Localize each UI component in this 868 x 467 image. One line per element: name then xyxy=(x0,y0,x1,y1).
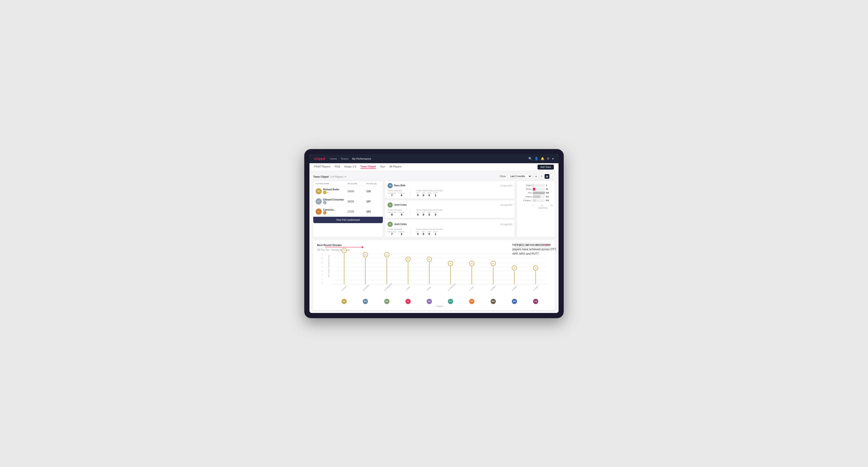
rank-badge: 1 xyxy=(323,191,327,194)
leaderboard-card: PLAYER NAME PB SCORE PB AVG SQ RB Richar… xyxy=(313,181,383,237)
nav-logo: clippd xyxy=(314,157,325,161)
pc-stats: Total Rounds Tournament 7 Practice 2 xyxy=(388,228,512,236)
profile-icon[interactable]: ● xyxy=(552,157,554,160)
streak-bar-line xyxy=(365,258,366,284)
x-axis: 0 200 400 xyxy=(519,205,553,206)
bar-chart-x-label: Total Shots xyxy=(519,207,553,209)
view-full-leaderboard-button[interactable]: View Full Leaderboard xyxy=(313,217,383,223)
list-view-button[interactable]: ☰ xyxy=(539,174,544,179)
player-card-josh-coles-2: JC Josh Coles 26 Aug 2023 Total Rounds T… xyxy=(385,220,515,237)
streak-badge: 4x xyxy=(491,261,496,266)
nav-link-teams[interactable]: Teams xyxy=(341,157,348,160)
streak-bars: 7x6x6x5x5x4x4x4x3x3x xyxy=(334,253,546,284)
bar-row-birdies: Birdies 96 xyxy=(519,188,553,191)
pc-stats: Total Rounds Tournament 8 Practice 4 xyxy=(388,209,512,216)
streak-bar-col: 3x xyxy=(525,253,546,284)
streak-bar-line xyxy=(344,253,344,284)
player-cell: RB Richard Butler 1 ❤ xyxy=(316,188,347,194)
avatar: RB xyxy=(427,299,432,304)
main-grid: PLAYER NAME PB SCORE PB AVG SQ RB Richar… xyxy=(313,181,555,237)
player-card-josh-coles-1: JC Josh Coles 26 Aug 2023 Total Rounds T… xyxy=(385,200,515,218)
avatar: EE xyxy=(342,299,347,304)
streak-bar-col: 4x xyxy=(440,253,461,284)
sub-nav-team-clippd[interactable]: Team Clippd xyxy=(361,165,376,169)
streak-players-row: E. EwertEEB. McHergBMD. BillinghamDBJ. C… xyxy=(334,290,546,304)
table-row: C Cameron... 3 17/20 103 xyxy=(313,207,383,217)
streak-badge: 5x xyxy=(427,257,432,262)
annotation-text: Here you can see streaks your players ha… xyxy=(512,243,556,255)
streak-player-col: D. FordDF xyxy=(461,290,483,304)
avatar: RB xyxy=(316,188,322,194)
show-section: Show Last 3 months Last 6 months Last 12… xyxy=(500,174,555,179)
bar-row-bogeys: Bogeys 311 xyxy=(519,195,553,198)
avatar: JC xyxy=(388,203,393,208)
streak-bar-line xyxy=(493,267,493,284)
pc-card-header: JC Josh Coles 26 Aug 2023 xyxy=(388,222,512,227)
streak-bar-col: 6x xyxy=(376,253,397,284)
avatar: DB xyxy=(384,299,390,304)
streak-player-col: D. BillinghamDB xyxy=(376,290,397,304)
add-team-button[interactable]: Add Team xyxy=(537,165,554,169)
streak-badge: 6x xyxy=(384,252,390,257)
streak-bar-col: 4x xyxy=(483,253,503,284)
team-header: Team Clippd | 14 Players ✏ Show Last 3 m… xyxy=(313,174,555,179)
y-axis-title: Best Streak, Fairway Accuracy xyxy=(328,255,330,277)
rank-badge: 2 xyxy=(323,201,327,204)
pc-card-header: RB Rees Britt 02 Sep 2023 xyxy=(388,183,512,188)
sub-nav-all-players[interactable]: All Players xyxy=(390,165,402,169)
streak-badge: 3x xyxy=(533,266,538,271)
player-cell: C Cameron... 3 xyxy=(316,209,347,215)
table-view-button[interactable]: ↕ xyxy=(550,174,555,179)
sub-nav-pgat[interactable]: PGAT Players xyxy=(314,165,331,169)
sub-nav-tour[interactable]: Tour xyxy=(380,165,385,169)
streak-player-col: C. QuickCQ xyxy=(525,290,546,304)
nav-icons: 🔍 👤 🔔 ⚙ ● xyxy=(528,157,554,160)
avatar: EC xyxy=(316,198,322,205)
x-axis-label: Players xyxy=(334,305,546,307)
avatar: DF xyxy=(469,299,474,304)
streak-bar-col: 4x xyxy=(461,253,483,284)
grid-view-button[interactable]: ⊞ xyxy=(534,174,538,179)
player-cell: EC Edward Crossman 2 xyxy=(316,198,347,205)
streak-bar-col: 7x xyxy=(334,253,355,284)
player-cards-column: RB Rees Britt 02 Sep 2023 Total Rounds T… xyxy=(385,181,515,237)
streak-player-col: R. BrittRB xyxy=(418,290,440,304)
avatar: BM xyxy=(363,299,368,304)
streak-bar-line xyxy=(408,262,408,284)
streak-player-col: E. CrossmanEC xyxy=(440,290,461,304)
avatar: CQ xyxy=(533,299,538,304)
avatar: EC xyxy=(448,299,453,304)
streak-bar-line xyxy=(429,262,430,284)
card-view-button[interactable]: ▦ xyxy=(545,174,549,179)
streak-player-col: J. ColesJC xyxy=(398,290,418,304)
avatar: C xyxy=(316,209,322,215)
nav-link-my-performance[interactable]: My Performance xyxy=(352,157,371,160)
bar-chart-card: Eagles 3 Birdies 96 xyxy=(517,181,555,237)
sub-nav-hcaps[interactable]: Hcaps 1-5 xyxy=(344,165,356,169)
settings-icon[interactable]: ⚙ xyxy=(547,157,550,160)
bell-icon[interactable]: 🔔 xyxy=(540,157,545,160)
nav-links: Home Teams My Performance xyxy=(330,157,524,160)
team-title: Team Clippd | 14 Players ✏ xyxy=(313,174,346,179)
search-icon[interactable]: 🔍 xyxy=(528,157,532,160)
nav-link-home[interactable]: Home xyxy=(330,157,337,160)
main-content: Team Clippd | 14 Players ✏ Show Last 3 m… xyxy=(309,171,559,313)
pc-card-header: JC Josh Coles 26 Aug 2023 xyxy=(388,203,512,208)
streak-bar-line xyxy=(514,271,515,284)
streak-bar-line xyxy=(450,267,451,284)
streak-bar-col: 3x xyxy=(504,253,525,284)
sub-nav-links: PGAT Players PGA Hcaps 1-5 Team Clippd T… xyxy=(314,165,402,169)
player-card-rees-britt: RB Rees Britt 02 Sep 2023 Total Rounds T… xyxy=(385,181,515,198)
streaks-title: Best Round Streaks xyxy=(317,244,342,247)
annotation-container: Here you can see streaks your players ha… xyxy=(512,243,559,256)
avatar: MM xyxy=(491,299,496,304)
show-select[interactable]: Last 3 months Last 6 months Last 12 mont… xyxy=(507,174,532,179)
tablet-screen: clippd Home Teams My Performance 🔍 👤 🔔 ⚙… xyxy=(309,154,559,313)
lb-header: PLAYER NAME PB SCORE PB AVG SQ xyxy=(313,181,383,186)
sub-nav-pga[interactable]: PGA xyxy=(335,165,340,169)
nav-bar: clippd Home Teams My Performance 🔍 👤 🔔 ⚙… xyxy=(309,154,559,163)
user-icon[interactable]: 👤 xyxy=(534,157,538,160)
table-row: RB Richard Butler 1 ❤ 19/20 110 xyxy=(313,186,383,196)
streak-bar-col: 5x xyxy=(418,253,440,284)
avatar: RB xyxy=(512,299,517,304)
